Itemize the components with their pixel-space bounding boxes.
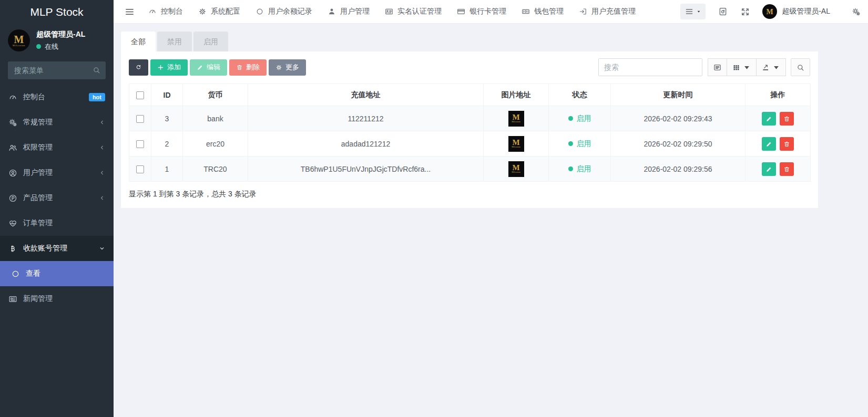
cell-id: 2 <box>151 131 183 157</box>
currency-image-thumbnail[interactable]: M Millennium <box>508 161 524 177</box>
status-filter-tabs: 全部禁用启用 <box>121 32 868 51</box>
sidebar-item-0[interactable]: 控制台 hot <box>0 85 114 110</box>
caret-down-icon <box>697 9 701 14</box>
sidebar-item-label: 收款账号管理 <box>23 244 67 253</box>
column-header-1[interactable]: 货币 <box>183 84 248 106</box>
nav-tab-0[interactable]: 控制台 <box>148 7 183 16</box>
nav-tab-7[interactable]: 用户充值管理 <box>579 7 636 16</box>
list-icon <box>685 7 693 16</box>
trash-icon <box>783 141 790 148</box>
column-header-2[interactable]: 充值地址 <box>248 84 484 106</box>
status-dot-icon <box>568 116 573 121</box>
table-row: 1 TRC20 TB6hwP1U5FUnVJnpJGjcTDfvRcf6ra..… <box>129 157 811 182</box>
row-checkbox[interactable] <box>136 140 144 148</box>
card-icon <box>457 7 465 16</box>
cell-updated-time: 2026-02-02 09:29:43 <box>611 106 746 131</box>
cell-id: 1 <box>151 157 183 182</box>
settings-button[interactable] <box>851 7 861 16</box>
row-delete-button[interactable] <box>780 112 794 126</box>
online-dot-icon <box>36 44 41 49</box>
status-badge: 启用 <box>568 114 591 123</box>
add-button[interactable]: 添加 <box>150 59 188 76</box>
table-panel: 添加 编辑 删除 更多 <box>121 51 818 208</box>
menu-search-input[interactable] <box>8 61 106 79</box>
dashboard-icon <box>8 93 17 102</box>
nav-tab-5[interactable]: 银行卡管理 <box>457 7 506 16</box>
export-icon <box>762 64 770 71</box>
status-dot-icon <box>568 141 573 146</box>
circle-o-icon <box>11 269 20 278</box>
export-button[interactable] <box>757 58 786 76</box>
currency-image-thumbnail[interactable]: M Millennium <box>508 136 524 152</box>
refresh-button[interactable] <box>129 59 148 76</box>
currency-image-thumbnail[interactable]: M Millennium <box>508 111 524 127</box>
row-delete-button[interactable] <box>780 137 794 151</box>
sidebar-item-8[interactable]: 新闻管理 <box>0 286 114 311</box>
sidebar-item-1[interactable]: 常规管理 <box>0 110 114 135</box>
navbar-avatar: M <box>762 4 777 19</box>
fullscreen-icon <box>741 7 750 16</box>
cell-address: TB6hwP1U5FUnVJnpJGjcTDfvRcf6ra... <box>248 157 484 182</box>
hamburger-menu-icon[interactable] <box>125 7 135 17</box>
chevron-left-icon <box>99 195 105 201</box>
column-header-3[interactable]: 图片地址 <box>484 84 549 106</box>
navbar-user[interactable]: M 超级管理员-AL <box>762 4 830 19</box>
brand-title[interactable]: MLP Stock <box>0 0 114 24</box>
column-header-0[interactable]: ID <box>151 84 183 106</box>
select-all-checkbox[interactable] <box>136 91 144 99</box>
table-search-input[interactable] <box>598 58 702 76</box>
row-checkbox[interactable] <box>136 115 144 123</box>
chevron-left-icon <box>99 144 105 151</box>
list-dropdown-button[interactable] <box>680 4 706 19</box>
signin-icon <box>579 7 587 16</box>
advanced-search-button[interactable] <box>791 58 810 76</box>
toolbar: 添加 编辑 删除 更多 <box>121 51 818 82</box>
refresh-page-button[interactable] <box>718 7 728 16</box>
sidebar-item-label: 查看 <box>26 269 40 278</box>
circle-o-icon <box>256 7 264 16</box>
pencil-icon <box>197 64 203 71</box>
product-icon <box>8 194 17 203</box>
avatar[interactable]: M Millennium <box>8 29 30 51</box>
column-header-5[interactable]: 更新时间 <box>611 84 746 106</box>
row-checkbox[interactable] <box>136 165 144 173</box>
trash-icon <box>783 116 790 122</box>
tab-2[interactable]: 启用 <box>193 32 228 51</box>
row-edit-button[interactable] <box>762 162 776 176</box>
row-edit-button[interactable] <box>762 112 776 126</box>
edit-button[interactable]: 编辑 <box>190 59 227 76</box>
fullscreen-button[interactable] <box>740 7 750 16</box>
columns-button[interactable] <box>727 58 757 76</box>
more-button[interactable]: 更多 <box>269 59 306 76</box>
hot-badge: hot <box>89 93 105 101</box>
navbar-right: M 超级管理员-AL <box>680 4 861 19</box>
column-header-6[interactable]: 操作 <box>746 84 811 106</box>
chevron-left-icon <box>99 119 105 126</box>
delete-button[interactable]: 删除 <box>229 59 267 76</box>
trash-icon <box>236 64 243 71</box>
deposit-address-table: ID货币充值地址图片地址状态更新时间操作 3 bank 112211212 M … <box>129 84 811 182</box>
nav-tab-3[interactable]: 用户管理 <box>328 7 370 16</box>
column-header-4[interactable]: 状态 <box>549 84 611 106</box>
sidebar-item-5[interactable]: 订单管理 <box>0 211 114 236</box>
row-delete-button[interactable] <box>780 162 794 176</box>
search-icon[interactable] <box>93 66 100 74</box>
row-edit-button[interactable] <box>762 137 776 151</box>
sidebar-item-4[interactable]: 产品管理 <box>0 185 114 211</box>
users-icon <box>8 143 17 152</box>
nav-tab-1[interactable]: 系统配置 <box>198 7 240 16</box>
cell-currency: TRC20 <box>183 157 248 182</box>
sidebar-item-2[interactable]: 权限管理 <box>0 135 114 160</box>
money-icon <box>522 7 530 16</box>
sidebar-item-label: 用户管理 <box>23 168 53 178</box>
tab-0[interactable]: 全部 <box>121 32 156 51</box>
page-refresh-icon <box>718 7 728 16</box>
sidebar-item-3[interactable]: 用户管理 <box>0 160 114 185</box>
sidebar-item-7[interactable]: 查看 <box>0 261 114 286</box>
detail-view-button[interactable] <box>708 58 727 76</box>
sidebar-item-6[interactable]: 收款账号管理 <box>0 236 114 261</box>
nav-tab-4[interactable]: 实名认证管理 <box>385 7 442 16</box>
nav-tab-6[interactable]: 钱包管理 <box>522 7 564 16</box>
nav-tab-2[interactable]: 用户余额记录 <box>256 7 312 16</box>
tab-1[interactable]: 禁用 <box>157 32 192 51</box>
